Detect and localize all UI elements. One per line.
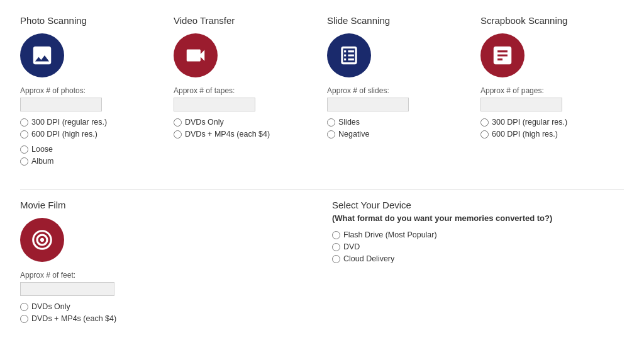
photo-format-options: Loose Album bbox=[20, 145, 164, 166]
device-dvd[interactable]: DVD bbox=[332, 242, 624, 251]
video-title: Video Transfer bbox=[174, 15, 317, 26]
slide-scanning-section: Slide Scanning Approx # of slides: Slide… bbox=[327, 15, 470, 169]
photo-option-2[interactable]: 600 DPI (high res.) bbox=[20, 130, 164, 139]
movie-input[interactable] bbox=[20, 282, 114, 296]
photo-loose[interactable]: Loose bbox=[20, 145, 164, 154]
scrapbook-option-2[interactable]: 600 DPI (high res.) bbox=[480, 130, 624, 139]
photo-title: Photo Scanning bbox=[20, 15, 164, 26]
movie-format-options: DVDs Only DVDs + MP4s (each $4) bbox=[20, 302, 166, 323]
scrapbook-icon bbox=[480, 33, 525, 77]
photo-dpi-options: 300 DPI (regular res.) 600 DPI (high res… bbox=[20, 118, 164, 139]
slide-field-label: Approx # of slides: bbox=[327, 86, 470, 95]
video-icon bbox=[174, 33, 218, 77]
device-flash-drive[interactable]: Flash Drive (Most Popular) bbox=[332, 230, 624, 239]
spacer bbox=[176, 200, 322, 326]
photo-album[interactable]: Album bbox=[20, 157, 164, 166]
photo-input[interactable] bbox=[20, 98, 102, 111]
photo-scanning-section: Photo Scanning Approx # of photos: 300 D… bbox=[20, 15, 164, 169]
video-format-options: DVDs Only DVDs + MP4s (each $4) bbox=[174, 118, 317, 139]
reel-icon bbox=[20, 218, 64, 262]
movie-dvds-mp4s[interactable]: DVDs + MP4s (each $4) bbox=[20, 314, 166, 323]
movie-film-section: Movie Film Approx # of feet: DVDs Only D… bbox=[20, 200, 166, 326]
photo-icon bbox=[20, 33, 64, 77]
slide-title: Slide Scanning bbox=[327, 15, 470, 26]
photo-option-1[interactable]: 300 DPI (regular res.) bbox=[20, 118, 164, 127]
device-options: Flash Drive (Most Popular) DVD Cloud Del… bbox=[332, 230, 624, 263]
slide-icon bbox=[327, 33, 371, 77]
scrapbook-option-1[interactable]: 300 DPI (regular res.) bbox=[480, 118, 624, 127]
movie-dvds-only[interactable]: DVDs Only bbox=[20, 302, 166, 311]
section-divider bbox=[20, 189, 624, 190]
slide-input[interactable] bbox=[327, 98, 409, 111]
video-dvds-only[interactable]: DVDs Only bbox=[174, 118, 317, 127]
scrapbook-dpi-options: 300 DPI (regular res.) 600 DPI (high res… bbox=[480, 118, 624, 139]
video-field-label: Approx # of tapes: bbox=[174, 86, 317, 95]
slide-negative[interactable]: Negative bbox=[327, 130, 470, 139]
video-transfer-section: Video Transfer Approx # of tapes: DVDs O… bbox=[174, 15, 317, 169]
slide-slides[interactable]: Slides bbox=[327, 118, 470, 127]
select-device-section: Select Your Device (What format do you w… bbox=[332, 200, 624, 326]
device-title: Select Your Device bbox=[332, 200, 624, 210]
scrapbook-input[interactable] bbox=[480, 98, 562, 111]
device-cloud[interactable]: Cloud Delivery bbox=[332, 254, 624, 263]
scrapbook-title: Scrapbook Scanning bbox=[480, 15, 624, 26]
movie-field-label: Approx # of feet: bbox=[20, 271, 166, 280]
scrapbook-field-label: Approx # of pages: bbox=[480, 86, 624, 95]
scrapbook-scanning-section: Scrapbook Scanning Approx # of pages: 30… bbox=[480, 15, 624, 169]
movie-title: Movie Film bbox=[20, 200, 166, 210]
video-dvds-mp4s[interactable]: DVDs + MP4s (each $4) bbox=[174, 130, 317, 139]
photo-field-label: Approx # of photos: bbox=[20, 86, 164, 95]
video-input[interactable] bbox=[174, 98, 255, 111]
slide-type-options: Slides Negative bbox=[327, 118, 470, 139]
device-subtitle: (What format do you want your memories c… bbox=[332, 213, 624, 224]
